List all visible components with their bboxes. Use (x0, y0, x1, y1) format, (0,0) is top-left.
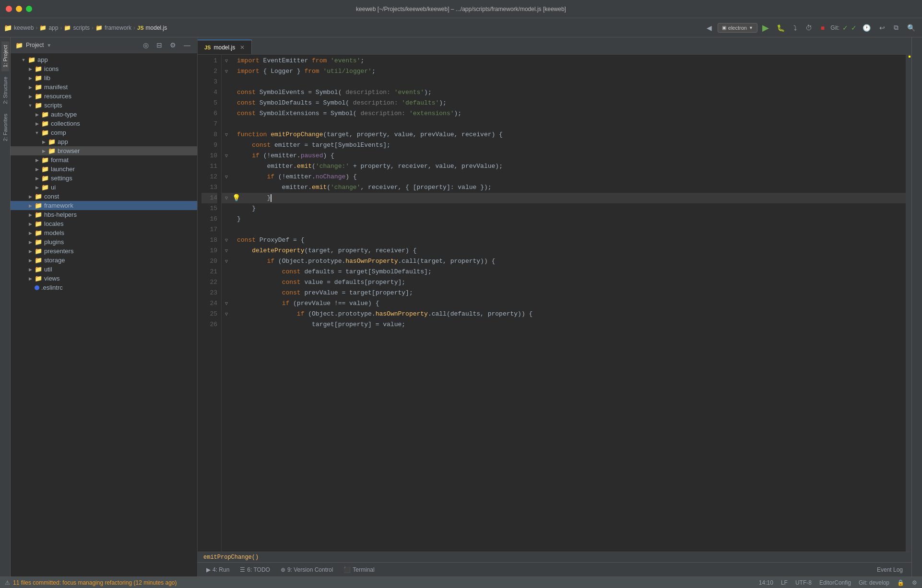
profile-button[interactable]: ⏱ (803, 22, 815, 34)
favorites-tab[interactable]: 2: Favorites (1, 110, 9, 145)
folder-plugins[interactable]: ▶ 📁 plugins (11, 237, 197, 247)
project-tab[interactable]: 1: Project (1, 41, 9, 71)
git-check2-icon: ✓ (851, 24, 857, 32)
git-history-button[interactable]: 🕐 (860, 22, 874, 34)
folder-ui-label: ui (51, 184, 56, 191)
folder-launcher[interactable]: ▶ 📁 launcher (11, 165, 197, 174)
code-line: } (231, 214, 906, 224)
fold-24[interactable]: ▽ (222, 298, 231, 309)
version-control-panel-button[interactable]: ⊕ 9: Version Control (276, 564, 338, 575)
folder-models[interactable]: ▶ 📁 models (11, 228, 197, 237)
todo-panel-button[interactable]: ☰ 6: TODO (235, 564, 275, 575)
file-eslintrc[interactable]: ▶ .eslintrc (11, 283, 197, 292)
fold-14[interactable]: ▽ (222, 193, 231, 203)
folder-hbs-helpers-label: hbs-helpers (44, 211, 77, 218)
fold-2[interactable]: ▽ (222, 66, 231, 77)
run-config-button[interactable]: ▣ electron ▼ (718, 23, 757, 33)
folder-comp-label: comp (51, 129, 66, 136)
editor-scrollbar[interactable] (906, 55, 911, 552)
debug-button[interactable]: 🐛 (774, 22, 788, 34)
code-line: const emitter = target[SymbolEvents]; (231, 140, 906, 151)
close-button[interactable] (6, 6, 12, 12)
folder-locales[interactable]: ▶ 📁 locales (11, 219, 197, 228)
line-separator[interactable]: LF (781, 579, 788, 586)
git-revert-button[interactable]: ↩ (876, 22, 888, 34)
folder-util[interactable]: ▶ 📁 util (11, 265, 197, 274)
fold-19[interactable]: ▽ (222, 246, 231, 256)
breadcrumb-keeweb[interactable]: keeweb (14, 24, 34, 31)
fold-12[interactable]: ▽ (222, 172, 231, 182)
breadcrumb-framework[interactable]: framework (105, 24, 131, 31)
code-content[interactable]: import EventEmitter from 'events'; impor… (231, 55, 906, 552)
sidebar-settings-button[interactable]: ⚙ (168, 40, 178, 50)
folder-comp-app[interactable]: ▶ 📁 app (11, 137, 197, 146)
folder-autotype-label: auto-type (51, 111, 77, 118)
folder-format[interactable]: ▶ 📁 format (11, 155, 197, 165)
git-copy-button[interactable]: ⧉ (891, 22, 901, 34)
back-button[interactable]: ◀ (704, 22, 715, 34)
folder-manifest[interactable]: ▶ 📁 manifest (11, 82, 197, 92)
tab-modeljs[interactable]: JS model.js ✕ (198, 40, 252, 54)
folder-const[interactable]: ▶ 📁 const (11, 192, 197, 201)
folder-settings[interactable]: ▶ 📁 settings (11, 174, 197, 183)
folder-lib[interactable]: ▶ 📁 lib (11, 73, 197, 82)
run-button[interactable]: ▶ (760, 22, 771, 34)
folder-resources[interactable]: ▶ 📁 resources (11, 92, 197, 101)
cursor-position[interactable]: 14:10 (759, 579, 773, 586)
fold-20[interactable]: ▽ (222, 256, 231, 267)
fold-10[interactable]: ▽ (222, 151, 231, 161)
fold-8[interactable]: ▽ (222, 129, 231, 140)
folder-hbs-helpers[interactable]: ▶ 📁 hbs-helpers (11, 210, 197, 219)
minimize-button[interactable] (16, 6, 22, 12)
folder-scripts[interactable]: ▼ 📁 scripts (11, 101, 197, 110)
vcs-icon: ⊕ (281, 566, 285, 573)
folder-framework[interactable]: ▶ 📁 framework (11, 201, 197, 210)
stop-button[interactable]: ■ (818, 22, 827, 34)
git-branch[interactable]: Git: develop (859, 579, 889, 586)
folder-collections[interactable]: ▶ 📁 collections (11, 119, 197, 128)
func-hint-label: emitPropChange() (203, 554, 259, 561)
fold-25[interactable]: ▽ (222, 309, 231, 319)
folder-icons[interactable]: ▶ 📁 icons (11, 64, 197, 73)
sidebar-collapse-button[interactable]: ⊟ (154, 40, 164, 50)
code-line: emitter.emit('change:' + property, recei… (231, 161, 906, 172)
folder-app[interactable]: ▼ 📁 app (11, 55, 197, 64)
status-warning-icon: ⚠ (5, 579, 10, 586)
lock-icon: 🔒 (897, 579, 904, 586)
status-settings-icon[interactable]: ⚙ (912, 579, 917, 586)
code-line-current: 💡 } (231, 193, 906, 203)
folder-ui[interactable]: ▶ 📁 ui (11, 183, 197, 192)
terminal-panel-button[interactable]: ⬛ Terminal (339, 564, 379, 575)
window-title: keeweb [~/Projects/keeweb/keeweb] – .../… (356, 6, 566, 12)
folder-views[interactable]: ▶ 📁 views (11, 274, 197, 283)
sidebar-locate-button[interactable]: ◎ (141, 40, 151, 50)
folder-models-label: models (44, 229, 64, 236)
folder-icons-label: icons (44, 65, 59, 72)
maximize-button[interactable] (26, 6, 32, 12)
code-line (231, 119, 906, 129)
fold-1[interactable]: ▽ (222, 56, 231, 66)
fold-18[interactable]: ▽ (222, 235, 231, 246)
folder-presenters[interactable]: ▶ 📁 presenters (11, 247, 197, 256)
sidebar-actions: ◎ ⊟ ⚙ — (141, 40, 192, 50)
tab-close-button[interactable]: ✕ (240, 44, 245, 51)
code-line: const defaults = target[SymbolDefaults]; (231, 267, 906, 277)
encoding[interactable]: UTF-8 (795, 579, 812, 586)
file-eslintrc-label: .eslintrc (41, 284, 63, 291)
event-log-button[interactable]: Event Log (872, 564, 908, 575)
run-panel-button[interactable]: ▶ 4: Run (201, 564, 234, 575)
step-button[interactable]: ⤵ (791, 22, 800, 34)
folder-storage[interactable]: ▶ 📁 storage (11, 256, 197, 265)
folder-browser[interactable]: ▶ 📁 browser (11, 146, 197, 155)
breadcrumb-file[interactable]: model.js (146, 24, 167, 31)
editor-area: JS model.js ✕ 1 2 3 4 5 6 7 8 9 10 11 12… (198, 37, 911, 576)
todo-label: 6: TODO (247, 566, 270, 573)
breadcrumb-app[interactable]: app (48, 24, 58, 31)
folder-autotype[interactable]: ▶ 📁 auto-type (11, 110, 197, 119)
search-button[interactable]: 🔍 (904, 22, 918, 34)
folder-comp[interactable]: ▼ 📁 comp (11, 128, 197, 137)
breadcrumb-scripts[interactable]: scripts (73, 24, 90, 31)
structure-tab[interactable]: 2: Structure (1, 73, 9, 108)
indent-config[interactable]: EditorConfig (819, 579, 851, 586)
sidebar-minimize-button[interactable]: — (182, 40, 192, 50)
